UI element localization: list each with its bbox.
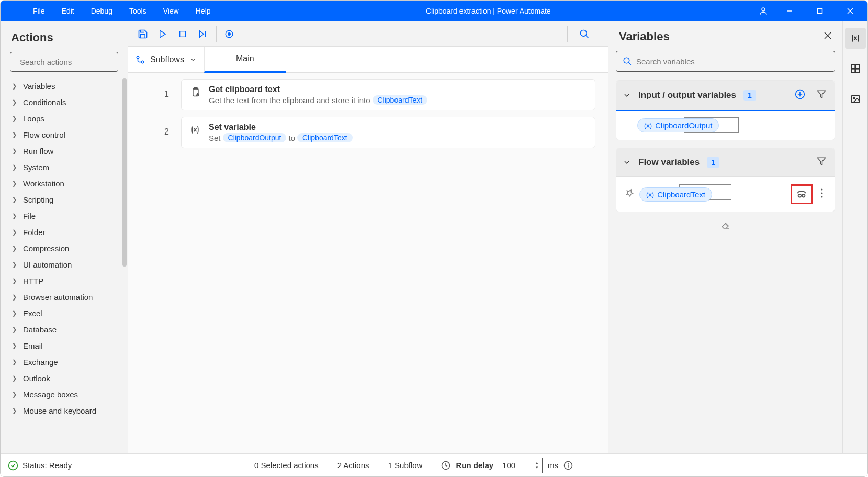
- chevron-right-icon: ❯: [12, 229, 17, 236]
- category-excel[interactable]: ❯Excel: [1, 305, 128, 321]
- svg-marker-30: [818, 158, 826, 165]
- window-title: Clipboard extraction | Power Automate: [218, 7, 759, 15]
- clear-variables-button[interactable]: [616, 219, 835, 233]
- category-workstation[interactable]: ❯Workstation: [1, 175, 128, 192]
- actions-search-input[interactable]: [16, 58, 119, 66]
- run-button[interactable]: [155, 27, 170, 41]
- variables-search[interactable]: [616, 51, 835, 72]
- steps-container: A Get clipboard text Get the text from t…: [181, 73, 608, 453]
- menu-edit[interactable]: Edit: [54, 5, 82, 17]
- flow-variable-row[interactable]: (x)ClipboardText: [616, 177, 835, 212]
- menu-bar: File Edit Debug Tools View Help: [1, 5, 218, 17]
- category-ui-automation[interactable]: ❯UI automation: [1, 257, 128, 273]
- category-mouse-keyboard[interactable]: ❯Mouse and keyboard: [1, 403, 128, 419]
- designer-toolbar: [128, 21, 608, 47]
- chevron-right-icon: ❯: [12, 213, 17, 219]
- chevron-down-icon[interactable]: [623, 158, 631, 167]
- svg-rect-43: [855, 69, 859, 73]
- scrollbar-thumb[interactable]: [122, 78, 127, 267]
- chevron-right-icon: ❯: [12, 278, 17, 284]
- close-button[interactable]: [837, 1, 863, 21]
- rail-images-button[interactable]: [845, 88, 866, 109]
- svg-line-25: [628, 62, 631, 65]
- step-number: 2: [128, 120, 181, 158]
- minimize-button[interactable]: [776, 1, 803, 21]
- more-options-button[interactable]: [818, 188, 826, 200]
- spinner-buttons[interactable]: ▲▼: [535, 461, 539, 470]
- variable-chip: ClipboardText: [297, 133, 353, 142]
- category-compression[interactable]: ❯Compression: [1, 240, 128, 257]
- io-variable-row[interactable]: (x)ClipboardOutput: [616, 111, 835, 140]
- filter-button[interactable]: [815, 87, 828, 103]
- category-outlook[interactable]: ❯Outlook: [1, 370, 128, 386]
- category-database[interactable]: ❯Database: [1, 321, 128, 338]
- category-system[interactable]: ❯System: [1, 159, 128, 175]
- rail-variables-button[interactable]: [845, 28, 866, 49]
- run-delay-input[interactable]: 100 ▲▼: [499, 458, 543, 473]
- svg-point-46: [9, 461, 18, 470]
- menu-view[interactable]: View: [156, 5, 186, 17]
- filter-button[interactable]: [815, 154, 828, 170]
- clock-icon: [441, 461, 450, 470]
- info-icon[interactable]: [563, 461, 573, 470]
- step-description: Set ClipboardOutput to ClipboardText: [209, 133, 587, 142]
- category-email[interactable]: ❯Email: [1, 338, 128, 354]
- run-delay-group: Run delay 100 ▲▼ ms: [441, 458, 573, 473]
- chevron-right-icon: ❯: [12, 180, 17, 187]
- svg-point-13: [580, 30, 587, 36]
- subflows-dropdown[interactable]: Subflows: [128, 55, 204, 64]
- user-badge[interactable]: [759, 6, 772, 16]
- designer-search-button[interactable]: [567, 26, 601, 42]
- stop-button[interactable]: [175, 27, 190, 41]
- record-button[interactable]: [222, 27, 236, 41]
- svg-point-50: [568, 463, 569, 463]
- variables-panel: Variables Input / output variables 1 (x)…: [608, 21, 842, 453]
- menu-debug[interactable]: Debug: [84, 5, 120, 17]
- variable-tag[interactable]: (x)ClipboardText: [639, 187, 712, 202]
- category-flow-control[interactable]: ❯Flow control: [1, 127, 128, 143]
- category-loops[interactable]: ❯Loops: [1, 110, 128, 127]
- rail-ui-elements-button[interactable]: [845, 58, 866, 79]
- variables-search-input[interactable]: [632, 57, 828, 66]
- category-message-boxes[interactable]: ❯Message boxes: [1, 386, 128, 403]
- step-button[interactable]: [195, 27, 210, 41]
- category-scripting[interactable]: ❯Scripting: [1, 192, 128, 208]
- pin-button[interactable]: [625, 188, 634, 200]
- save-button[interactable]: [136, 27, 150, 41]
- chevron-right-icon: ❯: [12, 245, 17, 252]
- category-folder[interactable]: ❯Folder: [1, 224, 128, 240]
- menu-file[interactable]: File: [26, 5, 52, 17]
- category-exchange[interactable]: ❯Exchange: [1, 354, 128, 370]
- variable-chip: ClipboardText: [373, 95, 428, 105]
- io-variables-section: Input / output variables 1 (x)ClipboardO…: [616, 80, 835, 140]
- flow-area: 1 2 A Get clipboard text Get the text fr…: [128, 73, 608, 453]
- category-http[interactable]: ❯HTTP: [1, 273, 128, 289]
- actions-search[interactable]: [10, 52, 118, 72]
- maximize-button[interactable]: [807, 1, 833, 21]
- svg-rect-41: [855, 65, 859, 69]
- flow-section-title: Flow variables: [638, 157, 700, 168]
- mark-sensitive-button[interactable]: [791, 184, 813, 204]
- chevron-right-icon: ❯: [12, 342, 17, 349]
- menu-tools[interactable]: Tools: [122, 5, 154, 17]
- add-variable-button[interactable]: [793, 87, 807, 104]
- chevron-right-icon: ❯: [12, 164, 17, 171]
- variable-prefix-icon: (x): [646, 191, 654, 198]
- category-run-flow[interactable]: ❯Run flow: [1, 143, 128, 159]
- variable-tag[interactable]: (x)ClipboardOutput: [637, 118, 719, 132]
- svg-rect-40: [851, 65, 855, 69]
- step-card[interactable]: A Get clipboard text Get the text from t…: [181, 79, 595, 110]
- svg-point-24: [624, 58, 629, 63]
- chevron-down-icon[interactable]: [623, 91, 631, 99]
- menu-help[interactable]: Help: [188, 5, 218, 17]
- svg-point-31: [798, 194, 802, 197]
- close-panel-button[interactable]: [824, 31, 832, 42]
- category-conditionals[interactable]: ❯Conditionals: [1, 94, 128, 110]
- search-icon: [623, 57, 632, 66]
- category-browser-automation[interactable]: ❯Browser automation: [1, 289, 128, 305]
- tab-main[interactable]: Main: [204, 47, 286, 73]
- chevron-right-icon: ❯: [12, 148, 17, 154]
- category-file[interactable]: ❯File: [1, 208, 128, 224]
- step-card[interactable]: Set variable Set ClipboardOutput to Clip…: [181, 117, 595, 148]
- category-variables[interactable]: ❯Variables: [1, 78, 128, 94]
